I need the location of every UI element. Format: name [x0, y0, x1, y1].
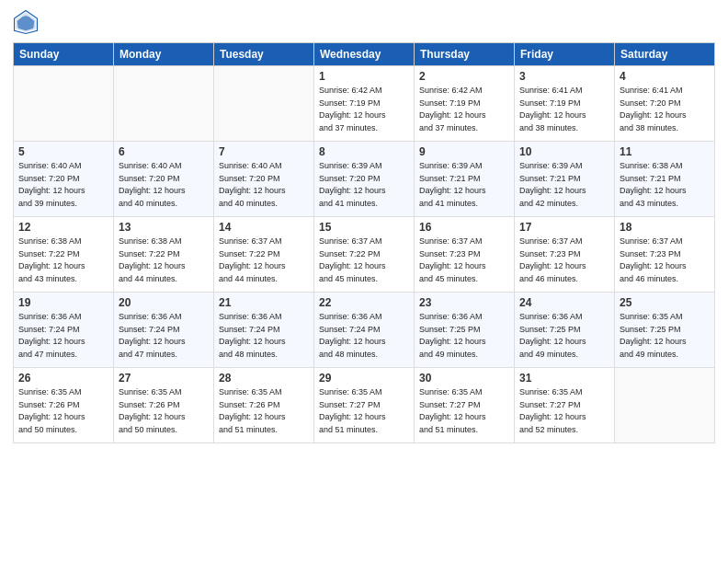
day-info: Sunrise: 6:37 AMSunset: 7:22 PMDaylight:… [219, 236, 309, 285]
day-number: 4 [620, 70, 710, 83]
day-info: Sunrise: 6:42 AMSunset: 7:19 PMDaylight:… [419, 85, 509, 134]
day-number: 20 [119, 296, 209, 309]
calendar-day-21: 21Sunrise: 6:36 AMSunset: 7:24 PMDayligh… [214, 293, 314, 368]
calendar-day-14: 14Sunrise: 6:37 AMSunset: 7:22 PMDayligh… [214, 217, 314, 293]
calendar-day-24: 24Sunrise: 6:36 AMSunset: 7:25 PMDayligh… [515, 293, 615, 368]
day-number: 25 [620, 296, 710, 309]
day-info: Sunrise: 6:35 AMSunset: 7:26 PMDaylight:… [18, 386, 108, 436]
day-number: 12 [18, 221, 108, 234]
calendar-day-8: 8Sunrise: 6:39 AMSunset: 7:20 PMDaylight… [314, 142, 415, 217]
day-number: 8 [319, 145, 409, 158]
calendar-day-1: 1Sunrise: 6:42 AMSunset: 7:19 PMDaylight… [314, 66, 415, 142]
calendar-day-19: 19Sunrise: 6:36 AMSunset: 7:24 PMDayligh… [14, 293, 114, 368]
day-info: Sunrise: 6:37 AMSunset: 7:23 PMDaylight:… [620, 236, 710, 285]
day-number: 27 [119, 372, 209, 385]
calendar-day-22: 22Sunrise: 6:36 AMSunset: 7:24 PMDayligh… [314, 293, 415, 368]
day-info: Sunrise: 6:36 AMSunset: 7:24 PMDaylight:… [319, 311, 409, 361]
calendar-day-26: 26Sunrise: 6:35 AMSunset: 7:26 PMDayligh… [14, 368, 114, 443]
day-number: 7 [219, 145, 309, 158]
calendar-week-1: 1Sunrise: 6:42 AMSunset: 7:19 PMDaylight… [14, 66, 715, 142]
day-number: 30 [419, 372, 509, 385]
day-number: 19 [18, 296, 108, 309]
logo-icon [13, 9, 39, 35]
logo [13, 9, 40, 35]
calendar-week-4: 19Sunrise: 6:36 AMSunset: 7:24 PMDayligh… [14, 293, 715, 368]
col-header-wednesday: Wednesday [314, 43, 415, 66]
day-info: Sunrise: 6:40 AMSunset: 7:20 PMDaylight:… [219, 160, 309, 210]
calendar-day-17: 17Sunrise: 6:37 AMSunset: 7:23 PMDayligh… [515, 217, 615, 293]
day-number: 6 [119, 145, 209, 158]
day-number: 28 [219, 372, 309, 385]
calendar-week-3: 12Sunrise: 6:38 AMSunset: 7:22 PMDayligh… [14, 217, 715, 293]
day-number: 18 [620, 221, 710, 234]
day-info: Sunrise: 6:38 AMSunset: 7:21 PMDaylight:… [620, 160, 710, 210]
col-header-saturday: Saturday [615, 43, 715, 66]
calendar-day-29: 29Sunrise: 6:35 AMSunset: 7:27 PMDayligh… [314, 368, 415, 443]
calendar-day-9: 9Sunrise: 6:39 AMSunset: 7:21 PMDaylight… [415, 142, 515, 217]
day-info: Sunrise: 6:39 AMSunset: 7:21 PMDaylight:… [419, 160, 509, 210]
day-number: 16 [419, 221, 509, 234]
calendar-day-18: 18Sunrise: 6:37 AMSunset: 7:23 PMDayligh… [615, 217, 715, 293]
day-info: Sunrise: 6:39 AMSunset: 7:21 PMDaylight:… [519, 160, 609, 210]
calendar-day-27: 27Sunrise: 6:35 AMSunset: 7:26 PMDayligh… [114, 368, 214, 443]
day-info: Sunrise: 6:36 AMSunset: 7:25 PMDaylight:… [419, 311, 509, 361]
day-number: 22 [319, 296, 409, 309]
calendar-day-31: 31Sunrise: 6:35 AMSunset: 7:27 PMDayligh… [515, 368, 615, 443]
day-number: 14 [219, 221, 309, 234]
col-header-thursday: Thursday [415, 43, 515, 66]
day-number: 11 [620, 145, 710, 158]
calendar-day-10: 10Sunrise: 6:39 AMSunset: 7:21 PMDayligh… [515, 142, 615, 217]
day-info: Sunrise: 6:35 AMSunset: 7:27 PMDaylight:… [519, 386, 609, 436]
day-info: Sunrise: 6:41 AMSunset: 7:19 PMDaylight:… [519, 85, 609, 134]
day-info: Sunrise: 6:35 AMSunset: 7:26 PMDaylight:… [219, 386, 309, 436]
calendar-table: SundayMondayTuesdayWednesdayThursdayFrid… [13, 42, 715, 443]
page-container: SundayMondayTuesdayWednesdayThursdayFrid… [0, 0, 728, 449]
empty-cell [214, 66, 314, 142]
day-info: Sunrise: 6:36 AMSunset: 7:24 PMDaylight:… [219, 311, 309, 361]
day-info: Sunrise: 6:42 AMSunset: 7:19 PMDaylight:… [319, 85, 409, 134]
day-number: 17 [519, 221, 609, 234]
calendar-day-7: 7Sunrise: 6:40 AMSunset: 7:20 PMDaylight… [214, 142, 314, 217]
day-info: Sunrise: 6:37 AMSunset: 7:23 PMDaylight:… [519, 236, 609, 285]
day-number: 15 [319, 221, 409, 234]
day-info: Sunrise: 6:38 AMSunset: 7:22 PMDaylight:… [119, 236, 209, 285]
calendar-day-16: 16Sunrise: 6:37 AMSunset: 7:23 PMDayligh… [415, 217, 515, 293]
day-number: 1 [319, 70, 409, 83]
calendar-week-5: 26Sunrise: 6:35 AMSunset: 7:26 PMDayligh… [14, 368, 715, 443]
day-info: Sunrise: 6:35 AMSunset: 7:25 PMDaylight:… [620, 311, 710, 361]
day-number: 29 [319, 372, 409, 385]
day-number: 13 [119, 221, 209, 234]
day-info: Sunrise: 6:39 AMSunset: 7:20 PMDaylight:… [319, 160, 409, 210]
col-header-friday: Friday [515, 43, 615, 66]
calendar-day-23: 23Sunrise: 6:36 AMSunset: 7:25 PMDayligh… [415, 293, 515, 368]
calendar-day-20: 20Sunrise: 6:36 AMSunset: 7:24 PMDayligh… [114, 293, 214, 368]
calendar-day-3: 3Sunrise: 6:41 AMSunset: 7:19 PMDaylight… [515, 66, 615, 142]
day-number: 9 [419, 145, 509, 158]
day-info: Sunrise: 6:38 AMSunset: 7:22 PMDaylight:… [18, 236, 108, 285]
calendar-day-5: 5Sunrise: 6:40 AMSunset: 7:20 PMDaylight… [14, 142, 114, 217]
day-number: 10 [519, 145, 609, 158]
calendar-day-11: 11Sunrise: 6:38 AMSunset: 7:21 PMDayligh… [615, 142, 715, 217]
day-info: Sunrise: 6:37 AMSunset: 7:23 PMDaylight:… [419, 236, 509, 285]
empty-cell [114, 66, 214, 142]
calendar-day-30: 30Sunrise: 6:35 AMSunset: 7:27 PMDayligh… [415, 368, 515, 443]
day-number: 24 [519, 296, 609, 309]
calendar-day-12: 12Sunrise: 6:38 AMSunset: 7:22 PMDayligh… [14, 217, 114, 293]
day-number: 23 [419, 296, 509, 309]
col-header-monday: Monday [114, 43, 214, 66]
calendar-week-2: 5Sunrise: 6:40 AMSunset: 7:20 PMDaylight… [14, 142, 715, 217]
calendar-day-2: 2Sunrise: 6:42 AMSunset: 7:19 PMDaylight… [415, 66, 515, 142]
day-number: 2 [419, 70, 509, 83]
day-info: Sunrise: 6:36 AMSunset: 7:24 PMDaylight:… [18, 311, 108, 361]
empty-cell [14, 66, 114, 142]
day-info: Sunrise: 6:35 AMSunset: 7:26 PMDaylight:… [119, 386, 209, 436]
calendar-header-row: SundayMondayTuesdayWednesdayThursdayFrid… [14, 43, 715, 66]
day-number: 5 [18, 145, 108, 158]
day-info: Sunrise: 6:35 AMSunset: 7:27 PMDaylight:… [419, 386, 509, 436]
day-number: 21 [219, 296, 309, 309]
day-info: Sunrise: 6:40 AMSunset: 7:20 PMDaylight:… [18, 160, 108, 210]
day-info: Sunrise: 6:37 AMSunset: 7:22 PMDaylight:… [319, 236, 409, 285]
day-info: Sunrise: 6:40 AMSunset: 7:20 PMDaylight:… [119, 160, 209, 210]
calendar-day-4: 4Sunrise: 6:41 AMSunset: 7:20 PMDaylight… [615, 66, 715, 142]
day-info: Sunrise: 6:36 AMSunset: 7:25 PMDaylight:… [519, 311, 609, 361]
